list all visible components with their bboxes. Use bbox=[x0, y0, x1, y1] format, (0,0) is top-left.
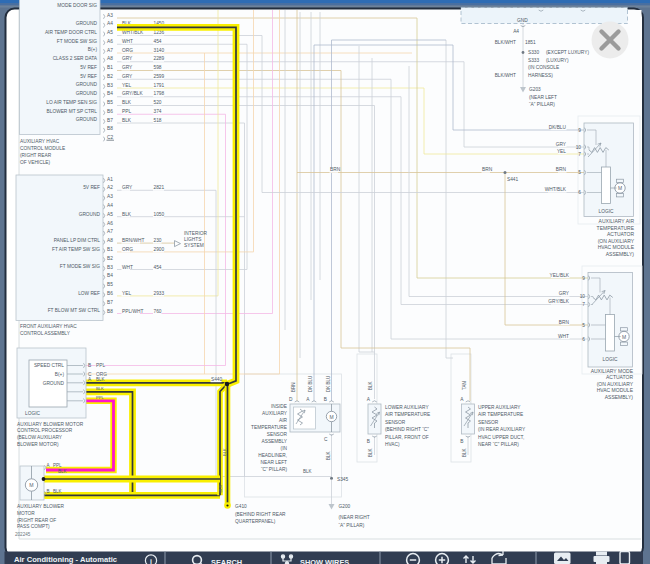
svg-text:WHT: WHT bbox=[122, 39, 133, 44]
svg-text:GROUND: GROUND bbox=[76, 117, 98, 122]
svg-text:A2: A2 bbox=[107, 185, 113, 190]
svg-text:230: 230 bbox=[154, 238, 162, 243]
svg-text:LOW REF: LOW REF bbox=[78, 291, 100, 296]
svg-text:7: 7 bbox=[582, 302, 585, 307]
svg-text:C2: C2 bbox=[107, 135, 113, 140]
svg-text:PPL: PPL bbox=[96, 395, 105, 400]
svg-text:B6: B6 bbox=[107, 291, 113, 296]
svg-text:6: 6 bbox=[582, 337, 585, 342]
svg-text:BLK/WHT: BLK/WHT bbox=[495, 73, 516, 78]
svg-text:YEL/BLK: YEL/BLK bbox=[550, 273, 570, 278]
svg-text:BLK: BLK bbox=[122, 212, 132, 217]
svg-text:B1: B1 bbox=[107, 247, 113, 252]
svg-text:SEARCH: SEARCH bbox=[211, 558, 242, 564]
svg-text:A4: A4 bbox=[513, 29, 519, 34]
svg-text:GRY: GRY bbox=[122, 185, 133, 190]
svg-text:(LUXURY): (LUXURY) bbox=[546, 58, 569, 63]
svg-text:(NEAR LEFT: (NEAR LEFT bbox=[529, 95, 557, 100]
svg-text:B1: B1 bbox=[107, 65, 113, 70]
svg-text:B: B bbox=[324, 397, 327, 402]
svg-text:PANEL LP DIM CTRL: PANEL LP DIM CTRL bbox=[54, 238, 101, 243]
svg-text:2933: 2933 bbox=[154, 291, 165, 296]
svg-text:DK BLU: DK BLU bbox=[308, 376, 313, 392]
svg-text:“A” PILLAR): “A” PILLAR) bbox=[529, 102, 555, 107]
svg-text:AUXILIARY MODE: AUXILIARY MODE bbox=[591, 368, 634, 374]
svg-text:ACTUATOR: ACTUATOR bbox=[606, 374, 633, 380]
svg-text:7: 7 bbox=[578, 152, 581, 157]
svg-text:GROUND: GROUND bbox=[76, 82, 98, 87]
svg-text:AUXILIARY BLOWER MOTOR: AUXILIARY BLOWER MOTOR bbox=[17, 422, 84, 427]
svg-text:BLK: BLK bbox=[58, 469, 67, 474]
svg-text:(RIGHT REAR: (RIGHT REAR bbox=[20, 153, 52, 158]
svg-text:FT MODE SW SIG: FT MODE SW SIG bbox=[57, 39, 97, 44]
svg-text:FT AIR TEMP SW SIG: FT AIR TEMP SW SIG bbox=[52, 247, 100, 252]
svg-text:C: C bbox=[324, 437, 328, 442]
svg-text:BLK: BLK bbox=[122, 100, 132, 105]
svg-text:A8: A8 bbox=[107, 238, 113, 243]
svg-text:M: M bbox=[329, 414, 333, 420]
svg-text:GRY: GRY bbox=[122, 65, 133, 70]
svg-text:BLK: BLK bbox=[218, 484, 223, 492]
svg-text:A8: A8 bbox=[107, 56, 113, 61]
svg-text:B(+): B(+) bbox=[88, 47, 98, 52]
svg-text:B3: B3 bbox=[107, 83, 113, 88]
svg-text:9: 9 bbox=[578, 128, 581, 133]
svg-text:B: B bbox=[47, 489, 50, 494]
svg-text:GRY: GRY bbox=[122, 56, 133, 61]
svg-text:FT MODE SW SIG: FT MODE SW SIG bbox=[60, 264, 100, 269]
svg-text:B8: B8 bbox=[107, 309, 113, 314]
svg-text:G410: G410 bbox=[235, 504, 247, 509]
svg-text:SHOW WIRES: SHOW WIRES bbox=[300, 558, 349, 564]
svg-text:A3: A3 bbox=[107, 13, 113, 18]
svg-text:1236: 1236 bbox=[154, 30, 165, 35]
svg-text:ASSEMBLY): ASSEMBLY) bbox=[605, 394, 634, 400]
svg-text:MOTOR: MOTOR bbox=[17, 511, 35, 516]
svg-text:B2: B2 bbox=[107, 74, 113, 79]
svg-text:520: 520 bbox=[154, 100, 162, 105]
svg-text:LOGIC: LOGIC bbox=[25, 411, 40, 416]
svg-text:(ON AUXILIARY: (ON AUXILIARY bbox=[598, 238, 635, 244]
svg-text:YEL: YEL bbox=[122, 83, 131, 88]
svg-text:(ON AUXILIARY: (ON AUXILIARY bbox=[597, 381, 634, 387]
svg-text:UPPER AUXILIARY: UPPER AUXILIARY bbox=[478, 405, 521, 410]
svg-text:A4: A4 bbox=[107, 21, 113, 26]
svg-text:10: 10 bbox=[576, 145, 582, 150]
svg-text:1050: 1050 bbox=[154, 212, 165, 217]
svg-text:AIR TEMPERATURE: AIR TEMPERATURE bbox=[478, 412, 523, 417]
svg-text:BRN: BRN bbox=[291, 382, 296, 392]
svg-text:CONTROL PROCESSOR: CONTROL PROCESSOR bbox=[17, 428, 73, 433]
svg-text:BLK: BLK bbox=[222, 448, 227, 456]
svg-text:B(+): B(+) bbox=[55, 372, 65, 377]
svg-text:TEMPERATURE: TEMPERATURE bbox=[597, 225, 635, 231]
svg-text:10: 10 bbox=[580, 294, 586, 299]
svg-text:ASSEMBLY): ASSEMBLY) bbox=[606, 251, 635, 257]
svg-text:S441: S441 bbox=[507, 177, 519, 182]
svg-text:G203: G203 bbox=[529, 87, 541, 92]
svg-text:BLK/WHT: BLK/WHT bbox=[495, 40, 516, 45]
svg-text:BLK: BLK bbox=[53, 489, 62, 494]
svg-text:(IN CONSOLE: (IN CONSOLE bbox=[528, 65, 559, 70]
svg-text:454: 454 bbox=[154, 265, 162, 270]
svg-text:S330: S330 bbox=[528, 50, 540, 55]
svg-text:NEAR “C” PILLAR): NEAR “C” PILLAR) bbox=[478, 442, 519, 447]
svg-text:3140: 3140 bbox=[154, 48, 165, 53]
svg-text:INSIDE: INSIDE bbox=[271, 404, 287, 409]
svg-text:G200: G200 bbox=[339, 504, 351, 509]
svg-text:B4: B4 bbox=[107, 91, 113, 96]
svg-text:A5: A5 bbox=[107, 30, 113, 35]
svg-text:CONTROL ASSEMBLY: CONTROL ASSEMBLY bbox=[20, 331, 71, 336]
svg-text:BLK: BLK bbox=[326, 451, 331, 460]
svg-text:A7: A7 bbox=[107, 48, 113, 53]
svg-text:GND: GND bbox=[517, 18, 528, 23]
svg-text:(EXCEPT LUXURY): (EXCEPT LUXURY) bbox=[546, 50, 589, 55]
svg-text:HVAC MODULE: HVAC MODULE bbox=[598, 244, 635, 250]
svg-text:BLK: BLK bbox=[96, 386, 104, 391]
svg-text:PASS COMPT): PASS COMPT) bbox=[17, 524, 50, 529]
svg-text:(BEHIND RIGHT REAR: (BEHIND RIGHT REAR bbox=[235, 512, 286, 517]
svg-text:BLK: BLK bbox=[462, 448, 467, 457]
svg-text:A6: A6 bbox=[107, 221, 113, 226]
svg-text:S333: S333 bbox=[528, 58, 540, 63]
svg-text:M: M bbox=[29, 482, 33, 488]
svg-text:B5: B5 bbox=[107, 100, 113, 105]
svg-text:PPL: PPL bbox=[122, 109, 131, 114]
